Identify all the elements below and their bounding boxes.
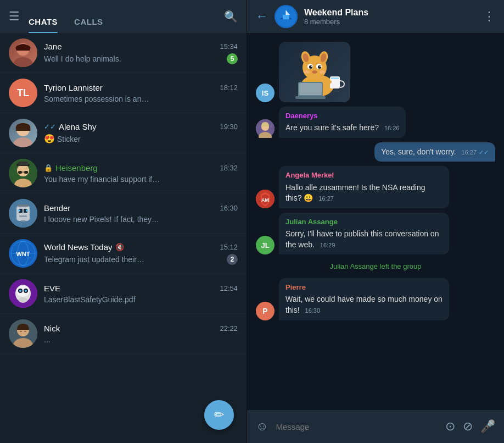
svg-point-59 [304,70,310,74]
chat-name-eve: EVE [44,284,60,293]
right-header: ← Weekend Plans 8 members ⋮ [247,0,504,33]
svg-point-4 [13,137,33,147]
chat-preview-jane: Well I do help animals. [44,54,121,63]
group-name: Weekend Plans [304,8,477,18]
chat-item-bender[interactable]: Bender 16:30 I looove new Pixels! If fac… [0,193,247,234]
msg-time-julian: 16:29 [320,242,335,248]
svg-point-19 [18,209,20,212]
message-row-outgoing: Yes, sure, don't worry. 16:27 ✓✓ [256,142,495,162]
svg-text:WNT: WNT [16,251,30,257]
system-message-julian-left: Julian Assange left the group [256,259,495,274]
chat-preview-alena: Sticker [57,135,81,143]
group-info: Weekend Plans 8 members [304,8,477,26]
mic-button[interactable]: 🎤 [480,419,495,434]
chat-name-jane: Jane [44,42,62,51]
sender-name-julian: Julian Assange [285,217,443,227]
svg-rect-11 [24,171,28,174]
chat-name-heisenberg: 🔒 Heisenberg [44,163,98,173]
chat-info-nick: Nick 22:22 ... [44,324,238,344]
chat-preview-eve: LaserBlastSafetyGuide.pdf [44,295,136,304]
chat-time-nick: 22:22 [220,324,238,333]
chat-info-heisenberg: 🔒 Heisenberg 18:32 You have my financial… [44,163,238,184]
svg-rect-65 [331,77,339,79]
more-options-button[interactable]: ⋮ [483,9,495,24]
msg-avatar-pierre: P [256,302,275,320]
emoji-button[interactable]: ☺ [256,419,268,434]
search-icon[interactable]: 🔍 [224,10,238,23]
avatar-alena [9,119,37,147]
avatar-eve [9,279,37,308]
chat-name-tyrion: Tyrion Lannister [44,83,103,92]
msg-time-outgoing: 16:27 [462,149,477,156]
svg-text:AM: AM [261,197,269,203]
svg-rect-38 [20,331,22,332]
svg-rect-9 [18,162,28,165]
right-panel: ← Weekend Plans 8 members ⋮ IS [247,0,504,443]
chat-item-tyrion[interactable]: TL Tyrion Lannister 18:12 Sometimes poss… [0,73,247,113]
compose-fab[interactable]: ✏ [204,400,234,430]
svg-point-20 [26,209,28,212]
hamburger-icon[interactable]: ☰ [9,9,20,24]
sticker-bubble [279,42,350,102]
avatar-jane [9,38,37,67]
message-row-angela: AM Angela Merkel Hallo alle zusammen! Is… [256,166,495,208]
chat-info-wnt: World News Today 🔇 15:12 Telegram just u… [44,242,238,265]
chat-item-wnt[interactable]: WNT World News Today 🔇 15:12 Telegram ju… [0,234,247,274]
svg-rect-39 [24,331,26,332]
message-input[interactable] [276,422,438,431]
back-button[interactable]: ← [256,9,268,24]
left-header: ☰ CHATS CALLS 🔍 [0,0,247,33]
svg-point-57 [320,66,321,67]
avatar-bender [9,199,37,228]
badge-wnt: 2 [227,254,238,265]
group-members: 8 members [304,18,477,26]
msg-time-angela: 16:27 [318,195,334,202]
avatar-nick [9,319,37,348]
svg-point-33 [25,290,27,292]
msg-ticks-outgoing: ✓✓ [479,149,489,156]
chat-info-jane: Jane 15:34 Well I do help animals. 5 [44,42,238,64]
message-row-sticker: IS [256,42,495,102]
camera-button[interactable]: ⊙ [445,419,455,434]
tab-chats[interactable]: CHATS [29,17,58,33]
msg-avatar-angela: AM [256,190,275,208]
message-row-julian: JL Julian Assange Sorry, I'll have to pu… [256,213,495,254]
attach-button[interactable]: ⊘ [463,419,473,434]
sticker-image [279,42,350,102]
chat-list: Jane 15:34 Well I do help animals. 5 TL [0,33,247,443]
bubble-angela: Angela Merkel Hallo alle zusammen! Is th… [279,166,449,208]
chat-time-heisenberg: 18:32 [220,164,238,172]
message-row-daenerys: Daenerys Are you sure it's safe here? 16… [256,107,495,138]
svg-point-54 [309,65,312,69]
chat-time-bender: 16:30 [220,204,238,212]
svg-rect-18 [18,204,29,207]
chat-time-eve: 12:54 [220,284,238,292]
chat-item-alena[interactable]: ✓✓ Alena Shy 19:30 😍 Sticker [0,113,247,153]
chat-name-nick: Nick [44,324,60,333]
svg-rect-42 [283,15,289,19]
chat-item-nick[interactable]: Nick 22:22 ... [0,314,247,354]
svg-rect-17 [19,215,27,217]
tab-calls[interactable]: CALLS [74,17,103,33]
chat-name-alena: ✓✓ Alena Shy [44,122,96,131]
chat-preview-nick: ... [44,335,51,344]
chat-preview-wnt: Telegram just updated their… [44,255,144,264]
bubble-pierre: Pierre Wait, we could have made so much … [279,278,449,320]
svg-point-1 [13,57,33,67]
svg-point-55 [318,65,321,69]
chat-name-wnt: World News Today 🔇 [44,242,124,252]
chat-time-alena: 19:30 [220,123,238,131]
chat-item-heisenberg[interactable]: 🔒 Heisenberg 18:32 You have my financial… [0,153,247,193]
chat-item-eve[interactable]: EVE 12:54 LaserBlastSafetyGuide.pdf [0,274,247,314]
avatar-tyrion: TL [9,79,37,107]
msg-avatar-is: IS [256,84,275,102]
chat-info-tyrion: Tyrion Lannister 18:12 Sometimes possess… [44,83,238,103]
chat-item-jane[interactable]: Jane 15:34 Well I do help animals. 5 [0,33,247,73]
left-panel: ☰ CHATS CALLS 🔍 [0,0,247,443]
message-row-pierre: P Pierre Wait, we could have made so muc… [256,278,495,320]
svg-rect-63 [295,96,326,99]
messages-area: IS [247,33,504,410]
avatar-heisenberg [9,159,37,187]
avatar-wnt: WNT [9,239,37,268]
chat-time-wnt: 15:12 [220,243,238,251]
